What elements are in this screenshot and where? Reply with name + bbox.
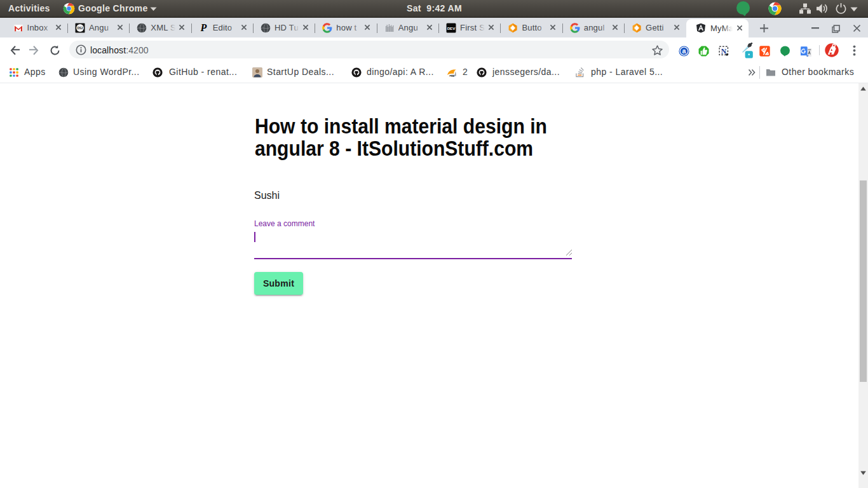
svg-text:PMA: PMA [450,75,455,78]
svg-text:P: P [200,23,207,33]
svg-text:a: a [682,47,686,55]
svg-text:DEV: DEV [447,26,456,30]
svg-text:DS2: DS2 [77,27,83,30]
